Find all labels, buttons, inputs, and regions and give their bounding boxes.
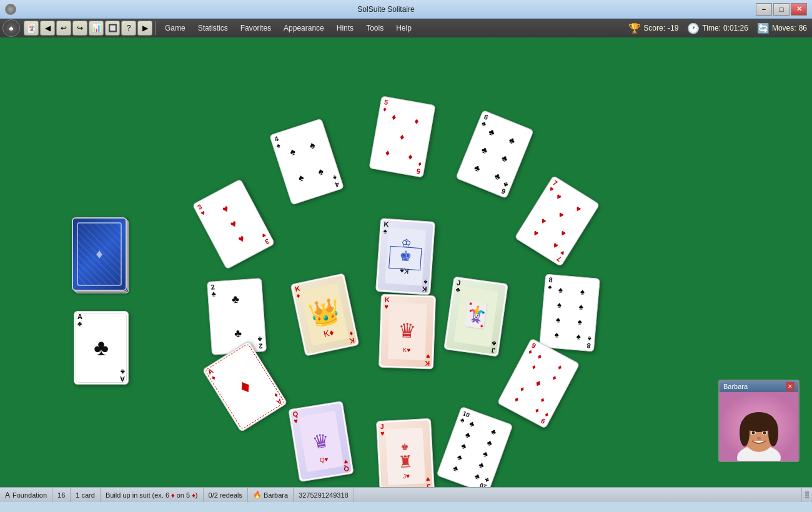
player-photo: [720, 392, 798, 461]
toolbar-btn-4[interactable]: ↪: [72, 21, 87, 36]
card-ten-clubs[interactable]: 10♣ 10♣ ♣♣ ♣♣ ♣♣ ♣♣ ♣♣: [436, 406, 513, 487]
player-card-header: Barbara ✕: [720, 381, 798, 392]
moves-value: 86: [799, 24, 807, 32]
card-four-spades[interactable]: 4♠ 4♠ ♠ ♠ ♠ ♠: [269, 118, 344, 205]
game-area[interactable]: ♦ A♣ A♣ ♣ 3♥ 3♥ ♥ ♥ ♥ 4♠ 4♠ ♠ ♠ ♠ ♠ 5♦ 5…: [0, 37, 812, 487]
window-title: SolSuite Solitaire: [16, 5, 756, 14]
card-five-diamonds[interactable]: 5♦ 5♦ ♦♦ ♦ ♦♦: [369, 96, 435, 177]
menu-statistics[interactable]: Statistics: [192, 21, 234, 35]
title-bar: SolSuite Solitaire − □ ✕: [0, 0, 812, 19]
svg-text:🃏: 🃏: [460, 298, 493, 331]
moves-display: 🔄 Moves: 86: [757, 22, 807, 34]
card-jack-clubs[interactable]: J♣ J♣ 🃏: [443, 276, 508, 357]
card-jack-hearts[interactable]: J♥ J♥ ♚ ♜ J♥: [376, 418, 435, 487]
card-seven-hearts[interactable]: 7♥ 7♥ ♥♥ ♥ ♥♥ ♥♥: [514, 175, 600, 267]
cards-count: 1 card: [71, 488, 101, 502]
player-id: 3275291249318: [294, 488, 354, 502]
toolbar-btn-7[interactable]: ?: [121, 21, 136, 36]
player-name: Barbara: [723, 383, 748, 390]
score-label: Score:: [643, 24, 665, 32]
build-rule: Build up in suit (ex. 6 ♦ on 5 ♦): [101, 488, 204, 502]
player-card-close-button[interactable]: ✕: [786, 382, 795, 391]
svg-point-30: [763, 431, 766, 435]
card-ace-clubs[interactable]: A♣ A♣ ♣: [74, 311, 129, 385]
player-status-icon: 🔥: [253, 491, 262, 499]
toolbar-btn-1[interactable]: 🃏: [24, 21, 39, 36]
app-icon: [5, 4, 16, 15]
time-label: Time:: [702, 24, 721, 32]
player-status: 🔥 Barbara: [248, 488, 294, 502]
card-eight-spades[interactable]: 8♠ 8♠ ♠♠ ♠♠ ♠♠ ♠♠: [539, 273, 600, 352]
menu-hints[interactable]: Hints: [330, 21, 360, 35]
toolbar-btn-2[interactable]: ◀: [40, 21, 55, 36]
card-king-spades-center[interactable]: K♠ K♠ ♔ ♚ K♠: [375, 218, 435, 295]
app-logo: ♠: [2, 19, 20, 37]
resize-handle[interactable]: ⣿: [801, 488, 812, 502]
time-value: 0:01:26: [723, 24, 748, 32]
card-nine-diamonds[interactable]: 9♦ 9♦ ♦♦ ♦♦ ♦ ♦♦ ♦♦: [497, 338, 580, 429]
svg-point-29: [752, 431, 755, 435]
svg-text:J♥: J♥: [403, 473, 410, 480]
svg-point-26: [768, 419, 778, 446]
toolbar-btn-3[interactable]: ↩: [56, 21, 71, 36]
toolbar: 🃏 ◀ ↩ ↪ 📊 🔲 ? ▶: [24, 21, 152, 36]
moves-label: Moves:: [772, 24, 796, 32]
svg-point-25: [740, 419, 750, 446]
status-bar: A Foundation 16 1 card Build up in suit …: [0, 487, 812, 502]
menu-appearance[interactable]: Appearance: [277, 21, 330, 35]
score-icon: 🏆: [628, 22, 641, 34]
toolbar-btn-5[interactable]: 📊: [89, 21, 104, 36]
svg-text:K♥: K♥: [402, 347, 410, 353]
score-display: 🏆 Score: -19: [628, 22, 678, 34]
svg-text:K♦: K♦: [323, 327, 335, 339]
card-queen-hearts[interactable]: Q♥ Q♥ ♛ Q♥: [288, 401, 354, 482]
svg-text:K♠: K♠: [399, 266, 409, 275]
menu-help[interactable]: Help: [390, 21, 418, 35]
time-display: 🕐 Time: 0:01:26: [687, 22, 748, 34]
card-deck[interactable]: ♦: [72, 217, 128, 292]
player-card: Barbara ✕: [718, 380, 800, 462]
svg-text:♛: ♛: [311, 430, 331, 453]
menu-bar: ♠ 🃏 ◀ ↩ ↪ 📊 🔲 ? ▶ Game Statistics Favori…: [0, 19, 812, 37]
toolbar-btn-8[interactable]: ▶: [137, 21, 152, 36]
minimize-button[interactable]: −: [756, 3, 772, 16]
toolbar-btn-6[interactable]: 🔲: [105, 21, 120, 36]
svg-text:♚: ♚: [400, 442, 409, 453]
menu-favorites[interactable]: Favorites: [234, 21, 277, 35]
redeals: 0/2 redeals: [204, 488, 248, 502]
foundation-icon: A: [5, 491, 10, 500]
card-six-clubs[interactable]: 6♣ 6♣ ♣♣ ♣♣ ♣♣: [455, 110, 534, 199]
foundation-label: A Foundation: [0, 488, 52, 502]
card-three-hearts[interactable]: 3♥ 3♥ ♥ ♥ ♥: [192, 179, 275, 270]
svg-text:♚: ♚: [399, 248, 412, 264]
svg-text:♛: ♛: [398, 320, 417, 343]
card-king-diamonds[interactable]: K♦ K♦ 👑 K♦: [290, 273, 360, 357]
maximize-button[interactable]: □: [773, 3, 790, 16]
player-avatar: [720, 392, 798, 461]
score-value: -19: [668, 24, 678, 32]
svg-text:♜: ♜: [398, 451, 413, 471]
card-king-hearts[interactable]: K♥ K♥ ♛ K♥: [379, 294, 436, 370]
svg-point-31: [757, 437, 761, 440]
moves-icon: 🔄: [757, 22, 770, 34]
time-icon: 🕐: [687, 22, 700, 34]
menu-tools[interactable]: Tools: [360, 21, 390, 35]
close-button[interactable]: ✕: [791, 3, 807, 16]
svg-text:Q♥: Q♥: [319, 456, 329, 464]
card-two-clubs[interactable]: 2♣ 2♣ ♣ ♣: [207, 278, 267, 355]
menu-game[interactable]: Game: [159, 21, 192, 35]
foundation-count: 16: [52, 488, 71, 502]
